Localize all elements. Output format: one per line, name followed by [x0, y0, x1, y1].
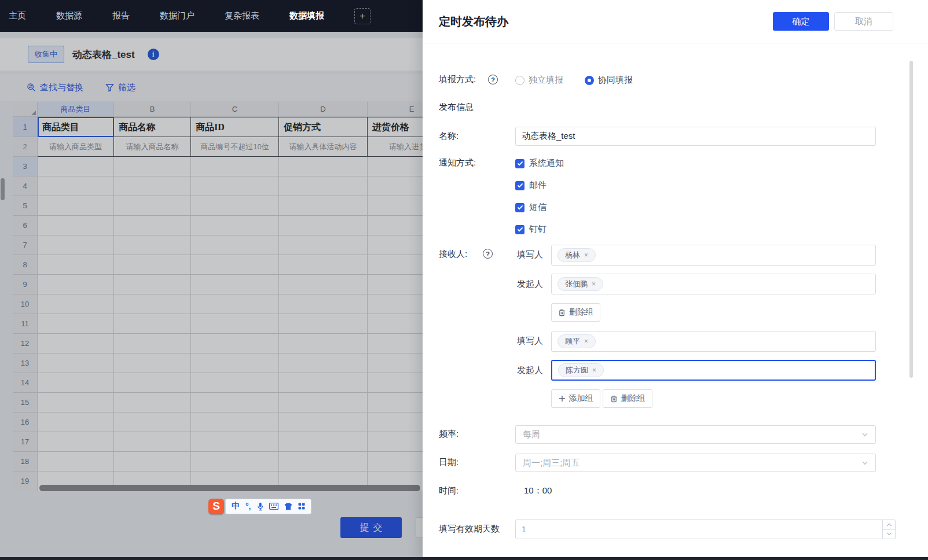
sheet-cell[interactable] — [191, 157, 279, 176]
sheet-cell[interactable] — [114, 275, 191, 294]
checkbox-dingtalk[interactable]: 钉钉 — [515, 224, 546, 235]
row-number[interactable]: 6 — [13, 216, 38, 235]
nav-item-home[interactable]: 主页 — [9, 10, 26, 21]
sheet-cell[interactable] — [38, 157, 114, 176]
sheet-cell[interactable] — [279, 275, 368, 294]
nav-item-portal[interactable]: 数据门户 — [160, 10, 195, 21]
sheet-cell[interactable] — [114, 157, 191, 176]
sheet-cell[interactable]: 请输入具体活动内容 — [279, 137, 368, 157]
tag-remove-icon[interactable]: × — [584, 251, 588, 259]
sheet-cell[interactable] — [38, 432, 114, 452]
confirm-button[interactable]: 确定 — [773, 12, 829, 31]
nav-item-complex-report[interactable]: 复杂报表 — [225, 10, 259, 21]
sheet-cell[interactable]: 进货价格 — [368, 117, 423, 137]
row-number[interactable]: 5 — [13, 196, 38, 216]
sheet-cell[interactable] — [279, 196, 368, 216]
sheet-cell[interactable] — [368, 294, 423, 314]
horizontal-scrollbar[interactable] — [39, 485, 420, 491]
sheet-cell[interactable] — [368, 275, 423, 294]
valid-days-input[interactable] — [515, 520, 883, 539]
sheet-cell[interactable]: 请输入商品名称 — [114, 137, 191, 157]
sheet-cell[interactable] — [368, 235, 423, 255]
sheet-cell[interactable] — [191, 334, 279, 353]
name-input[interactable] — [515, 127, 876, 146]
sheet-cell[interactable]: 请输入进货价 — [368, 137, 423, 157]
sheet-cell[interactable] — [114, 353, 191, 373]
sheet-cell[interactable] — [279, 216, 368, 235]
sheet-cell[interactable]: 商品编号不超过10位 — [191, 137, 279, 157]
checkbox-email[interactable]: 邮件 — [515, 180, 546, 191]
sheet-cell[interactable] — [38, 275, 114, 294]
vertical-scrollbar[interactable] — [1, 178, 5, 200]
row-number[interactable]: 14 — [13, 373, 38, 393]
row-number[interactable]: 2 — [13, 137, 38, 157]
sheet-cell[interactable] — [114, 196, 191, 216]
sheet-cell[interactable] — [279, 176, 368, 196]
delete-group-button[interactable]: 删除组 — [551, 303, 600, 322]
sheet-corner-cell[interactable] — [13, 102, 38, 117]
sheet-cell[interactable] — [279, 255, 368, 275]
sheet-cell[interactable] — [38, 353, 114, 373]
sheet-cell[interactable]: 请输入商品类型 — [38, 137, 114, 157]
sheet-cell[interactable] — [114, 452, 191, 471]
keyboard-icon[interactable] — [269, 503, 278, 510]
sheet-cell[interactable] — [191, 373, 279, 393]
sheet-cell[interactable] — [368, 393, 423, 412]
row-number[interactable]: 11 — [13, 314, 38, 334]
filler-tag-input[interactable]: 顾平 × — [551, 331, 876, 352]
sheet-cell[interactable] — [368, 353, 423, 373]
sheet-cell[interactable] — [191, 452, 279, 471]
sheet-cell[interactable] — [114, 334, 191, 353]
sheet-cell[interactable] — [38, 196, 114, 216]
help-icon[interactable]: ? — [488, 75, 498, 84]
sheet-cell[interactable] — [114, 314, 191, 334]
sheet-cell[interactable] — [38, 393, 114, 412]
row-number[interactable]: 9 — [13, 275, 38, 294]
radio-collaborative-fill[interactable]: 协同填报 — [585, 75, 633, 86]
sheet-cell[interactable] — [368, 452, 423, 471]
sheet-cell[interactable] — [114, 373, 191, 393]
sheet-cell[interactable] — [191, 393, 279, 412]
sheet-cell[interactable] — [191, 235, 279, 255]
row-number[interactable]: 7 — [13, 235, 38, 255]
sheet-cell[interactable] — [191, 216, 279, 235]
sheet-cell[interactable] — [368, 412, 423, 432]
sheet-cell[interactable] — [279, 452, 368, 471]
sheet-cell[interactable] — [114, 176, 191, 196]
find-replace-button[interactable]: 查找与替换 — [27, 82, 83, 93]
sheet-cell[interactable] — [368, 334, 423, 353]
checkbox-sms[interactable]: 短信 — [515, 202, 546, 213]
sheet-cell[interactable] — [191, 255, 279, 275]
skin-icon[interactable] — [284, 503, 292, 510]
stepper-down-button[interactable] — [883, 530, 895, 539]
sheet-cell[interactable] — [279, 353, 368, 373]
initiator-tag-input[interactable]: 张佃鹏 × — [551, 274, 876, 294]
add-tab-icon[interactable]: + — [354, 8, 371, 24]
column-header-d[interactable]: D — [279, 102, 368, 117]
punctuation-icon[interactable]: °, — [245, 502, 251, 511]
sheet-cell[interactable] — [191, 412, 279, 432]
sheet-cell[interactable] — [191, 294, 279, 314]
sheet-cell[interactable] — [368, 314, 423, 334]
tag-remove-icon[interactable]: × — [584, 337, 588, 345]
sheet-cell[interactable] — [38, 373, 114, 393]
nav-item-datasource[interactable]: 数据源 — [56, 10, 82, 21]
row-number[interactable]: 17 — [13, 432, 38, 452]
sheet-cell[interactable]: 促销方式 — [279, 117, 368, 137]
row-number[interactable]: 8 — [13, 255, 38, 275]
row-number[interactable]: 3 — [13, 157, 38, 176]
sheet-cell[interactable] — [191, 275, 279, 294]
radio-independent-fill[interactable]: 独立填报 — [515, 75, 563, 86]
chinese-mode-icon[interactable]: 中 — [232, 501, 240, 511]
sheet-cell[interactable] — [368, 373, 423, 393]
sheet-cell[interactable] — [38, 235, 114, 255]
sheet-cell[interactable] — [38, 452, 114, 471]
sheet-cell[interactable] — [279, 314, 368, 334]
sheet-cell[interactable] — [38, 216, 114, 235]
sheet-cell[interactable] — [368, 196, 423, 216]
sheet-cell[interactable] — [279, 373, 368, 393]
sheet-cell[interactable] — [368, 216, 423, 235]
row-number[interactable]: 12 — [13, 334, 38, 353]
sheet-cell[interactable] — [191, 176, 279, 196]
sheet-cell[interactable] — [114, 393, 191, 412]
